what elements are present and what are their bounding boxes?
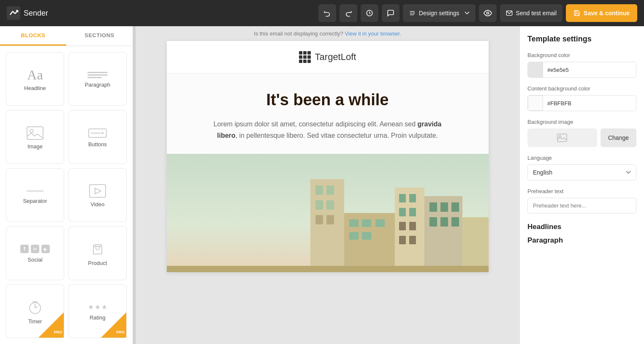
- content-bg-label: Content background color: [527, 85, 636, 92]
- blocks-grid: Aa Headline Paragraph Image: [0, 46, 133, 344]
- redo-button[interactable]: [340, 4, 357, 22]
- logo-grid-icon: [299, 51, 311, 63]
- product-icon: [90, 241, 105, 257]
- svg-marker-14: [95, 188, 101, 194]
- content-bg-swatch[interactable]: [528, 96, 543, 111]
- svg-rect-51: [557, 134, 567, 142]
- tab-sections[interactable]: SECTIONS: [66, 26, 133, 46]
- svg-rect-34: [399, 194, 406, 202]
- svg-rect-21: [315, 186, 323, 195]
- block-rating[interactable]: ★ ★ ★ Rating PRO: [68, 284, 127, 338]
- paragraph-heading: Paragraph: [527, 236, 636, 245]
- bg-color-swatch[interactable]: [528, 62, 543, 77]
- block-product-label: Product: [88, 260, 107, 266]
- preview-bar-link[interactable]: View it in your browser.: [345, 30, 401, 37]
- buttons-icon: [88, 128, 107, 138]
- svg-rect-36: [399, 208, 406, 216]
- logo-icon: [7, 6, 20, 20]
- svg-rect-37: [409, 208, 416, 216]
- comments-button[interactable]: [382, 4, 399, 22]
- history-button[interactable]: [361, 4, 378, 22]
- bg-image-placeholder: [527, 128, 597, 147]
- undo-button[interactable]: [318, 4, 336, 22]
- redo-icon: [345, 9, 352, 17]
- svg-rect-24: [326, 200, 334, 210]
- preheader-input[interactable]: [527, 198, 636, 213]
- block-video[interactable]: Video: [68, 168, 127, 222]
- send-test-button[interactable]: Send test email: [500, 4, 563, 22]
- save-continue-label: Save & continue: [584, 10, 630, 16]
- block-paragraph-label: Paragraph: [85, 82, 111, 88]
- svg-rect-7: [27, 127, 43, 139]
- building-illustration: [167, 154, 489, 272]
- video-icon: [89, 184, 106, 198]
- logo-text: Sender: [24, 9, 48, 18]
- preview-bar: Is this email not displaying correctly? …: [136, 26, 519, 41]
- design-settings-label: Design settings: [419, 10, 459, 16]
- svg-rect-13: [90, 185, 106, 197]
- separator-icon: [26, 188, 44, 194]
- right-panel: Template settings Background color Conte…: [519, 26, 644, 344]
- email-logo-text: TargetLoft: [315, 52, 356, 63]
- svg-rect-46: [429, 217, 437, 227]
- block-headline[interactable]: Aa Headline: [6, 52, 64, 106]
- block-paragraph[interactable]: Paragraph: [68, 52, 127, 106]
- block-buttons-label: Buttons: [88, 141, 107, 147]
- svg-rect-48: [451, 217, 459, 227]
- save-continue-button[interactable]: Save & continue: [566, 4, 637, 22]
- svg-rect-38: [399, 222, 406, 230]
- bg-color-input[interactable]: [543, 63, 636, 76]
- block-social[interactable]: f in ▶ Social: [6, 226, 64, 280]
- email-body: TargetLoft It's been a while Lorem ipsum…: [167, 41, 489, 272]
- svg-point-8: [30, 129, 33, 133]
- block-buttons[interactable]: Buttons: [68, 110, 127, 164]
- tab-blocks[interactable]: BLOCKS: [0, 26, 66, 46]
- send-icon: [506, 10, 513, 16]
- comment-icon: [387, 9, 394, 17]
- bg-color-row: [527, 62, 636, 78]
- language-select[interactable]: English Spanish French German: [527, 164, 636, 180]
- svg-marker-11: [102, 132, 104, 134]
- logo: Sender: [7, 6, 48, 20]
- history-icon: [366, 9, 373, 17]
- email-logo: TargetLoft: [299, 51, 356, 63]
- change-bg-image-button[interactable]: Change: [601, 128, 636, 147]
- bg-image-label: Background image: [527, 119, 636, 125]
- block-image[interactable]: Image: [6, 110, 64, 164]
- block-image-label: Image: [27, 143, 43, 150]
- email-paragraph: Lorem ipsum dolor sit amet, consectetur …: [209, 118, 446, 141]
- svg-rect-22: [326, 186, 334, 195]
- svg-rect-23: [315, 200, 323, 210]
- svg-rect-25: [315, 215, 323, 224]
- content-bg-input[interactable]: [543, 97, 636, 110]
- bg-color-label: Background color: [527, 52, 636, 58]
- rating-icon: ★ ★ ★: [88, 303, 107, 311]
- language-label: Language: [527, 155, 636, 161]
- svg-rect-0: [7, 6, 20, 20]
- language-select-row: English Spanish French German: [527, 164, 636, 180]
- timer-icon: [27, 300, 43, 315]
- content-bg-row: [527, 95, 636, 111]
- canvas-area: Is this email not displaying correctly? …: [136, 26, 519, 344]
- svg-rect-41: [409, 236, 416, 244]
- paragraph-icon: [87, 72, 108, 78]
- svg-rect-28: [349, 219, 359, 227]
- svg-rect-35: [409, 194, 416, 202]
- toolbar: Sender Design settings: [0, 0, 644, 26]
- block-timer[interactable]: Timer PRO: [6, 284, 64, 338]
- headline-icon: Aa: [27, 68, 43, 82]
- undo-icon: [323, 9, 331, 17]
- block-separator[interactable]: Separator: [6, 168, 64, 222]
- svg-rect-31: [349, 232, 359, 240]
- email-content: It's been a while Lorem ipsum dolor sit …: [167, 74, 489, 154]
- email-headline: It's been a while: [192, 90, 463, 110]
- svg-point-5: [486, 12, 489, 14]
- design-settings-button[interactable]: Design settings: [403, 4, 476, 22]
- svg-rect-32: [362, 232, 371, 240]
- preview-bar-text: Is this email not displaying correctly?: [254, 30, 343, 37]
- preview-button[interactable]: [479, 4, 497, 22]
- preheader-label: Preheader text: [527, 188, 636, 194]
- block-product[interactable]: Product: [68, 226, 127, 280]
- svg-rect-29: [362, 219, 371, 227]
- block-video-label: Video: [90, 201, 104, 207]
